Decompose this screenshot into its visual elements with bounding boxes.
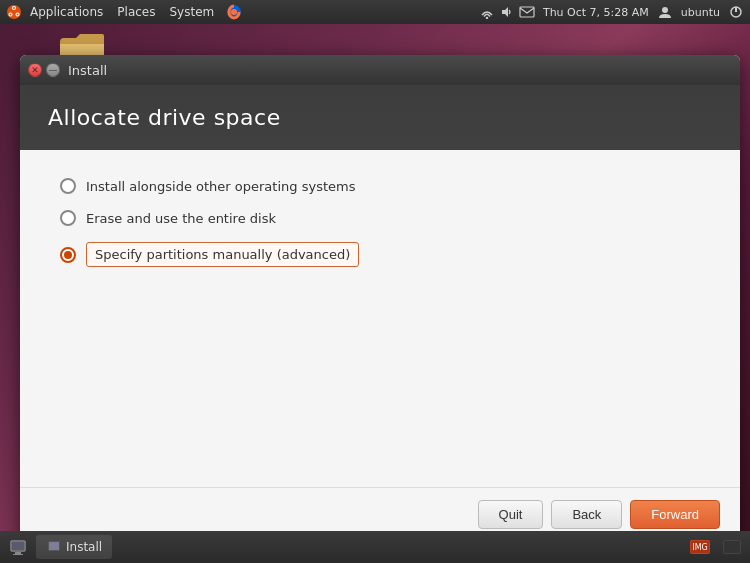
system-menu[interactable]: System (163, 3, 220, 21)
svg-point-4 (13, 7, 15, 9)
svg-rect-20 (49, 542, 59, 550)
svg-rect-17 (15, 552, 21, 554)
taskbar-left: Install (4, 535, 112, 559)
back-button[interactable]: Back (551, 500, 622, 529)
taskbar-install-label: Install (66, 540, 102, 554)
svg-point-6 (17, 14, 19, 16)
desktop: Applications Places System (0, 0, 750, 563)
username-display: ubuntu (677, 6, 724, 19)
svg-marker-10 (502, 7, 508, 17)
option-manual-label-box: Specify partitions manually (advanced) (86, 242, 359, 267)
svg-rect-16 (12, 542, 24, 550)
top-panel: Applications Places System (0, 0, 750, 24)
taskbar-extra-icon[interactable] (718, 535, 746, 559)
option-alongside[interactable]: Install alongside other operating system… (60, 178, 700, 194)
svg-point-5 (10, 14, 12, 16)
svg-point-8 (231, 9, 237, 15)
radio-manual[interactable] (60, 247, 76, 263)
radio-manual-dot (64, 251, 72, 259)
svg-rect-18 (13, 554, 23, 555)
radio-alongside[interactable] (60, 178, 76, 194)
window-controls: ✕ — (28, 63, 60, 77)
options-area: Install alongside other operating system… (20, 150, 740, 487)
svg-point-9 (486, 17, 488, 19)
user-icon[interactable] (657, 4, 673, 20)
mail-icon[interactable] (519, 4, 535, 20)
show-desktop-button[interactable] (4, 535, 32, 559)
option-alongside-label: Install alongside other operating system… (86, 179, 355, 194)
minimize-button[interactable]: — (46, 63, 60, 77)
svg-point-12 (662, 7, 668, 13)
radio-erase[interactable] (60, 210, 76, 226)
quit-button[interactable]: Quit (478, 500, 544, 529)
panel-left: Applications Places System (6, 3, 242, 21)
datetime-display: Thu Oct 7, 5:28 AM (539, 6, 653, 19)
option-erase[interactable]: Erase and use the entire disk (60, 210, 700, 226)
close-button[interactable]: ✕ (28, 63, 42, 77)
panel-right: Thu Oct 7, 5:28 AM ubuntu (479, 4, 744, 20)
install-window: ✕ — Install Allocate drive space Install… (20, 55, 740, 545)
taskbar-right: IMG (686, 535, 746, 559)
taskbar-install-item[interactable]: Install (36, 535, 112, 559)
firefox-icon[interactable] (226, 4, 242, 20)
svg-rect-25 (724, 541, 740, 553)
power-icon[interactable] (728, 4, 744, 20)
taskbar-screenshot-icon[interactable]: IMG (686, 535, 714, 559)
option-manual[interactable]: Specify partitions manually (advanced) (60, 242, 700, 267)
volume-icon[interactable] (499, 4, 515, 20)
svg-text:IMG: IMG (692, 543, 707, 552)
applications-menu[interactable]: Applications (24, 3, 109, 21)
network-icon[interactable] (479, 4, 495, 20)
content-header: Allocate drive space (20, 85, 740, 150)
option-erase-label: Erase and use the entire disk (86, 211, 276, 226)
places-menu[interactable]: Places (111, 3, 161, 21)
page-title: Allocate drive space (48, 105, 712, 130)
forward-button[interactable]: Forward (630, 500, 720, 529)
window-content: Allocate drive space Install alongside o… (20, 85, 740, 545)
taskbar: Install IMG (0, 531, 750, 563)
ubuntu-apps-icon (6, 4, 22, 20)
window-titlebar: ✕ — Install (20, 55, 740, 85)
option-manual-label: Specify partitions manually (advanced) (95, 247, 350, 262)
svg-rect-11 (520, 7, 534, 17)
window-title: Install (68, 63, 107, 78)
